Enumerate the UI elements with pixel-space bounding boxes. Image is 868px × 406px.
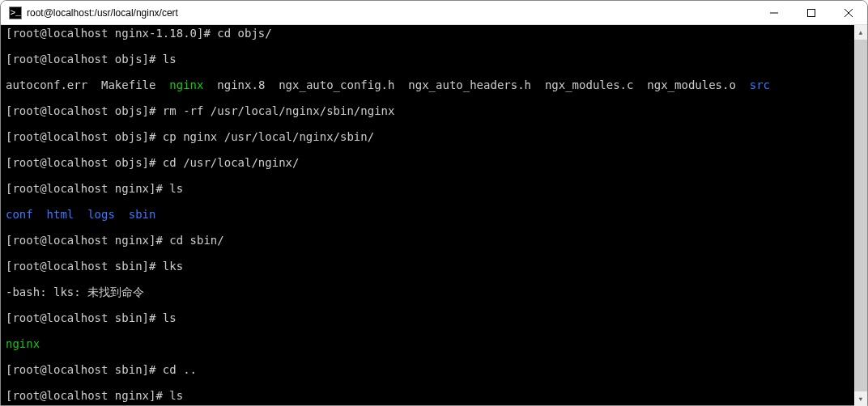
window-controls (755, 1, 867, 24)
terminal-line: [root@localhost nginx-1.18.0]# cd objs/ (6, 27, 867, 40)
terminal-line: [root@localhost objs]# cp nginx /usr/loc… (6, 130, 867, 143)
minimize-button[interactable] (755, 1, 793, 24)
app-icon: >_ (9, 6, 22, 19)
window-title: root@localhost:/usr/local/nginx/cert (27, 7, 755, 19)
terminal-line: [root@localhost nginx]# ls (6, 389, 867, 402)
terminal-line: [root@localhost objs]# ls (6, 53, 867, 66)
terminal-line: autoconf.err Makefile nginx nginx.8 ngx_… (6, 78, 867, 91)
titlebar: >_ root@localhost:/usr/local/nginx/cert (1, 1, 867, 25)
scroll-down-button[interactable]: ▼ (854, 391, 867, 406)
terminal-line: conf html logs sbin (6, 208, 867, 221)
terminal-window: >_ root@localhost:/usr/local/nginx/cert … (0, 0, 868, 406)
close-button[interactable] (830, 1, 867, 24)
terminal-line: [root@localhost nginx]# ls (6, 182, 867, 195)
close-icon (845, 9, 853, 17)
scroll-up-button[interactable]: ▲ (854, 25, 867, 40)
svg-rect-1 (808, 9, 815, 16)
terminal-line: [root@localhost sbin]# ls (6, 311, 867, 324)
terminal-line: [root@localhost nginx]# cd sbin/ (6, 234, 867, 247)
scrollbar-thumb[interactable] (854, 40, 867, 391)
terminal-line: nginx (6, 337, 867, 350)
terminal-line: [root@localhost objs]# rm -rf /usr/local… (6, 104, 867, 117)
scrollbar[interactable]: ▲ ▼ (854, 25, 867, 406)
terminal-line: [root@localhost sbin]# lks (6, 260, 867, 273)
terminal-output[interactable]: [root@localhost nginx-1.18.0]# cd objs/ … (1, 25, 867, 405)
maximize-icon (807, 9, 815, 17)
minimize-icon (770, 9, 778, 17)
maximize-button[interactable] (793, 1, 830, 24)
terminal-line: [root@localhost sbin]# cd .. (6, 363, 867, 376)
terminal-line: [root@localhost objs]# cd /usr/local/ngi… (6, 156, 867, 169)
terminal-line: -bash: lks: 未找到命令 (6, 285, 867, 298)
